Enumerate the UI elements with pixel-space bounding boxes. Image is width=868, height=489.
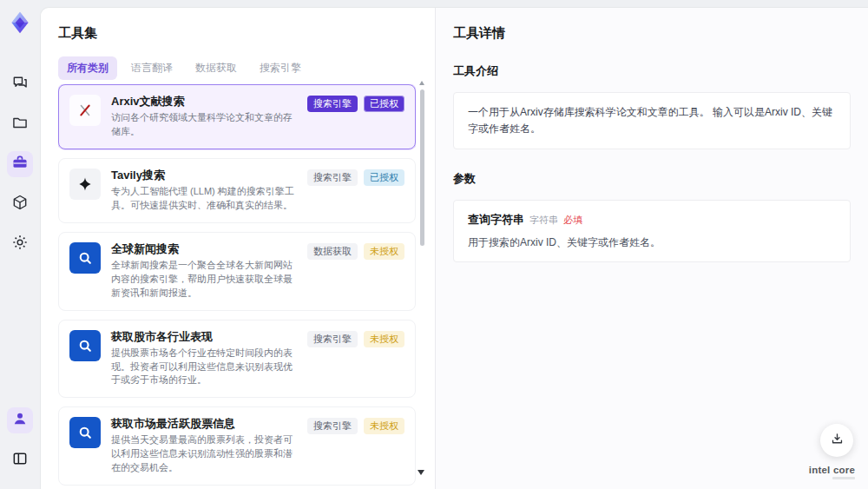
intel-core-logo: intel core [809,465,855,479]
sidebar-item-packages[interactable] [7,191,33,217]
tool-list-item[interactable]: 获取股市各行业表现 提供股票市场各个行业在特定时间段内的表现。投资者可以利用这些… [58,320,416,399]
search-icon [69,417,101,448]
toolbox-icon [11,154,29,175]
tool-list-item[interactable]: 全球新闻搜索 全球新闻搜索是一个聚合全球各大新闻网站内容的搜索引擎，帮助用户快速… [58,232,416,311]
tool-category-badge: 搜索引擎 [307,418,358,434]
app-sidebar [0,0,40,489]
tool-list-item[interactable]: Tavily搜索 专为人工智能代理 (LLM) 构建的搜索引擎工具。可快速提供实… [58,158,416,223]
search-icon [69,242,101,274]
sidebar-item-settings[interactable] [7,231,33,257]
tool-auth-badge: 未授权 [364,243,404,260]
tool-list: Arxiv文献搜索 访问各个研究领域大量科学论文和文章的存储库。 搜索引擎 已授… [58,84,416,489]
tool-auth-badge: 已授权 [364,169,404,186]
sidebar-item-collapse[interactable] [7,447,33,473]
panel-icon [11,450,29,471]
tool-title: 获取市场最活跃股票信息 [111,417,297,431]
tab-3[interactable]: 数据获取 [187,56,246,80]
tool-category-badge: 搜索引擎 [307,169,358,186]
tool-description: 全球新闻搜索是一个聚合全球各大新闻网站内容的搜索引擎，帮助用户快速获取全球最新资… [111,259,297,301]
tool-auth-badge: 未授权 [364,418,404,434]
tool-category-badge: 数据获取 [307,243,358,260]
scrollbar-thumb[interactable] [420,89,424,246]
settings-icon [11,234,29,254]
folder-icon [11,114,29,135]
download-icon [830,432,845,450]
app-logo-icon [8,10,32,35]
intro-heading: 工具介绍 [453,63,851,79]
tool-title: 全球新闻搜索 [111,242,297,256]
sidebar-item-tools[interactable] [7,151,33,177]
tool-description: 访问各个研究领域大量科学论文和文章的存储库。 [111,111,297,139]
tool-list-item[interactable]: 获取市场最活跃股票信息 提供当天交易量最高的股票列表，投资者可以利用这些信息来识… [58,406,416,486]
tab-2[interactable]: 语言翻译 [122,56,181,80]
scroll-up-arrow[interactable] [419,81,424,85]
param-name: 查询字符串 [468,212,524,228]
param-required-badge: 必填 [563,214,582,227]
tool-category-badge: 搜索引擎 [307,331,358,347]
intro-text: 一个用于从Arxiv存储库搜索科学论文和文章的工具。 输入可以是Arxiv ID… [468,104,836,137]
sidebar-item-chat[interactable] [7,71,33,97]
params-heading: 参数 [453,171,851,187]
tool-title: Arxiv文献搜索 [111,95,297,109]
intro-card: 一个用于从Arxiv存储库搜索科学论文和文章的工具。 输入可以是Arxiv ID… [453,92,851,149]
tool-auth-badge: 已授权 [364,96,404,112]
user-icon [11,410,29,431]
sidebar-item-profile[interactable] [7,407,33,433]
download-button[interactable] [820,424,853,457]
chat-icon [11,74,29,95]
tool-description: 提供股票市场各个行业在特定时间段内的表现。投资者可以利用这些信息来识别表现优于或… [111,347,297,388]
tool-auth-badge: 未授权 [364,331,404,347]
tool-list-panel: 工具集 所有类别语言翻译数据获取搜索引擎 Arxiv文献搜索 访问各个研究领域大… [41,8,435,489]
tool-description: 专为人工智能代理 (LLM) 构建的搜索引擎工具。可快速提供实时、准确和真实的结… [111,185,297,213]
main-surface: 工具集 所有类别语言翻译数据获取搜索引擎 Arxiv文献搜索 访问各个研究领域大… [40,7,868,489]
param-type: 字符串 [529,214,558,227]
param-card: 查询字符串 字符串 必填 用于搜索的Arxiv ID、关键字或作者姓名。 [453,200,851,262]
tool-category-badge: 搜索引擎 [307,96,358,112]
search-icon [69,330,101,361]
sidebar-item-files[interactable] [7,111,33,137]
tab-1[interactable]: 所有类别 [58,56,117,80]
tab-4[interactable]: 搜索引擎 [251,56,310,80]
sparkle-icon [69,169,101,200]
scroll-down-arrow[interactable] [418,470,424,475]
cube-icon [11,194,29,215]
tool-title: 获取股市各行业表现 [111,330,297,344]
tool-list-item[interactable]: Arxiv文献搜索 访问各个研究领域大量科学论文和文章的存储库。 搜索引擎 已授… [58,84,416,149]
arxiv-logo-icon [69,95,101,126]
tool-title: Tavily搜索 [111,169,297,182]
page-title: 工具集 [58,25,416,42]
category-tabs: 所有类别语言翻译数据获取搜索引擎 [58,56,416,80]
details-title: 工具详情 [453,25,851,42]
tool-details-panel: 工具详情 工具介绍 一个用于从Arxiv存储库搜索科学论文和文章的工具。 输入可… [435,8,868,489]
tool-description: 提供当天交易量最高的股票列表，投资者可以利用这些信息来识别流动性强的股票和潜在的… [111,433,297,475]
param-description: 用于搜索的Arxiv ID、关键字或作者姓名。 [468,235,836,250]
